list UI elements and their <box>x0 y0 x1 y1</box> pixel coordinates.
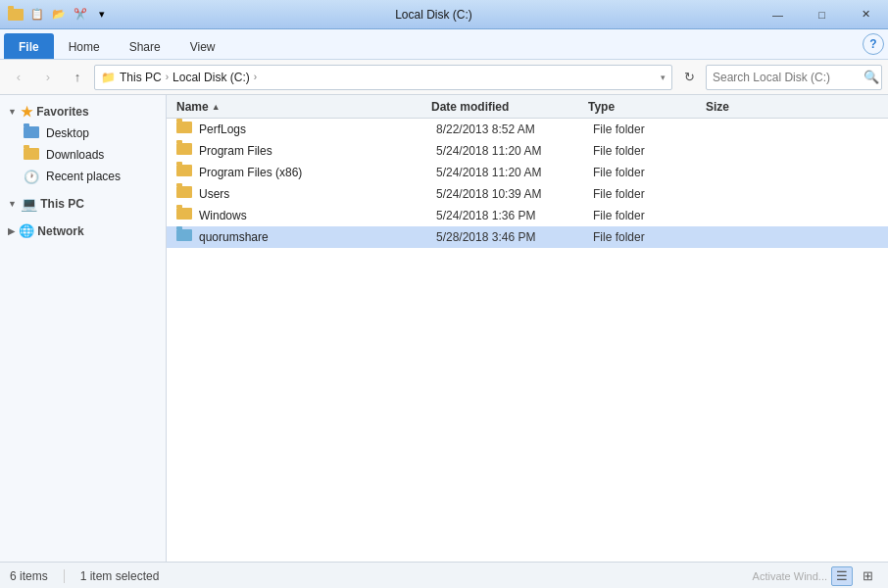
sidebar: ▼ ★ Favorites Desktop Downloads 🕐 Recent… <box>0 95 167 562</box>
folder-icon <box>176 122 194 137</box>
thispc-expand-arrow: ▼ <box>8 199 17 209</box>
table-row[interactable]: Program Files (x86)5/24/2018 11:20 AMFil… <box>167 162 888 183</box>
file-date: 5/24/2018 1:36 PM <box>436 209 593 222</box>
item-count: 6 items <box>10 569 48 583</box>
network-expand-arrow: ▶ <box>8 226 15 236</box>
list-view-button[interactable]: ⊞ <box>857 566 878 586</box>
qat-icon-2[interactable]: 📂 <box>49 5 69 24</box>
minimize-button[interactable]: — <box>756 0 800 29</box>
search-icon[interactable]: 🔍 <box>863 70 879 84</box>
up-button[interactable]: ↑ <box>65 65 90 90</box>
file-date: 5/24/2018 10:39 AM <box>436 187 593 201</box>
forward-button[interactable]: › <box>35 65 61 90</box>
main-area: ▼ ★ Favorites Desktop Downloads 🕐 Recent… <box>0 95 888 562</box>
status-separator <box>64 569 65 583</box>
details-view-button[interactable]: ☰ <box>831 566 853 586</box>
tab-file[interactable]: File <box>4 33 54 59</box>
network-icon: 🌐 <box>19 223 34 238</box>
maximize-button[interactable]: □ <box>800 0 844 29</box>
help-button[interactable]: ? <box>863 33 884 55</box>
crumb-sep-1: › <box>166 72 169 82</box>
folder-icon-crumb: 📁 <box>101 71 116 84</box>
folder-icon <box>176 186 194 202</box>
sidebar-item-desktop-label: Desktop <box>46 126 89 140</box>
crumb-dropdown[interactable]: ▾ <box>661 73 666 82</box>
favorites-expand-arrow: ▼ <box>8 107 17 117</box>
qat-icon-1[interactable]: 📋 <box>27 5 47 24</box>
favorites-star-icon: ★ <box>21 104 33 120</box>
title-bar: 📋 📂 ✂️ ▾ Local Disk (C:) — □ ✕ <box>0 0 888 29</box>
status-right: Activate Wind... ☰ ⊞ <box>753 566 878 586</box>
search-box[interactable]: 🔍 <box>706 65 882 90</box>
table-row[interactable]: quorumshare5/28/2018 3:46 PMFile folder <box>167 226 888 248</box>
window-title: Local Disk (C:) <box>112 8 756 22</box>
sidebar-item-downloads-label: Downloads <box>46 148 104 162</box>
crumb-sep-2: › <box>254 72 257 82</box>
address-bar: ‹ › ↑ 📁 This PC › Local Disk (C:) › ▾ ↻ … <box>0 60 888 95</box>
table-row[interactable]: Windows5/24/2018 1:36 PMFile folder <box>167 205 888 226</box>
col-header-date[interactable]: Date modified <box>431 100 588 114</box>
quick-access-toolbar: 📋 📂 ✂️ ▾ <box>27 5 112 24</box>
refresh-button[interactable]: ↻ <box>676 65 702 90</box>
watermark-text: Activate Wind... <box>753 570 827 582</box>
folder-icon <box>8 7 24 23</box>
qat-dropdown[interactable]: ▾ <box>92 5 112 24</box>
col-header-type[interactable]: Type <box>588 100 706 114</box>
thispc-icon: 💻 <box>21 196 37 212</box>
folder-icon <box>176 143 194 159</box>
desktop-folder-icon <box>24 126 41 140</box>
col-header-name[interactable]: Name ▲ <box>176 100 431 114</box>
thispc-section[interactable]: ▼ 💻 This PC <box>0 193 166 215</box>
title-bar-left: 📋 📂 ✂️ ▾ <box>8 5 112 24</box>
col-type-label: Type <box>588 100 615 114</box>
crumb-localdisk[interactable]: Local Disk (C:) <box>173 71 250 84</box>
file-date: 5/24/2018 11:20 AM <box>436 166 593 179</box>
sidebar-item-desktop[interactable]: Desktop <box>0 122 166 144</box>
file-name: Program Files <box>199 144 436 158</box>
file-name: Users <box>199 187 436 201</box>
file-name: Program Files (x86) <box>199 166 436 179</box>
file-list: PerfLogs8/22/2013 8:52 AMFile folderProg… <box>167 119 888 562</box>
crumb-thispc[interactable]: This PC <box>120 71 162 84</box>
window-controls: — □ ✕ <box>756 0 888 29</box>
network-label: Network <box>37 224 83 238</box>
sidebar-item-downloads[interactable]: Downloads <box>0 144 166 166</box>
address-breadcrumb[interactable]: 📁 This PC › Local Disk (C:) › ▾ <box>94 65 672 90</box>
file-name: Windows <box>199 209 436 222</box>
file-date: 5/28/2018 3:46 PM <box>436 230 593 244</box>
folder-icon <box>176 208 194 223</box>
col-size-label: Size <box>706 100 729 114</box>
table-row[interactable]: PerfLogs8/22/2013 8:52 AMFile folder <box>167 119 888 140</box>
sidebar-item-recent-label: Recent places <box>46 170 121 183</box>
recent-icon: 🕐 <box>24 170 41 183</box>
tab-share[interactable]: Share <box>115 33 175 59</box>
close-button[interactable]: ✕ <box>844 0 888 29</box>
favorites-label: Favorites <box>36 105 88 119</box>
status-bar: 6 items 1 item selected Activate Wind...… <box>0 562 888 588</box>
sidebar-item-recent[interactable]: 🕐 Recent places <box>0 166 166 187</box>
back-button[interactable]: ‹ <box>6 65 31 90</box>
search-input[interactable] <box>713 71 860 84</box>
sort-arrow-name: ▲ <box>212 102 221 112</box>
file-type: File folder <box>593 187 711 201</box>
file-type: File folder <box>593 144 711 158</box>
file-type: File folder <box>593 230 711 244</box>
col-header-size[interactable]: Size <box>706 100 784 114</box>
network-section[interactable]: ▶ 🌐 Network <box>0 220 166 241</box>
file-name: quorumshare <box>199 230 436 244</box>
downloads-folder-icon <box>24 148 41 162</box>
file-type: File folder <box>593 209 711 222</box>
tab-home[interactable]: Home <box>54 33 115 59</box>
favorites-section[interactable]: ▼ ★ Favorites <box>0 101 166 122</box>
content-area: Name ▲ Date modified Type Size PerfLogs8… <box>167 95 888 562</box>
ribbon-tabs: File Home Share View ? <box>0 29 888 59</box>
thispc-label: This PC <box>40 197 84 211</box>
col-name-label: Name <box>176 100 209 114</box>
table-row[interactable]: Program Files5/24/2018 11:20 AMFile fold… <box>167 140 888 162</box>
table-row[interactable]: Users5/24/2018 10:39 AMFile folder <box>167 183 888 205</box>
ribbon: File Home Share View ? <box>0 29 888 60</box>
file-type: File folder <box>593 166 711 179</box>
qat-icon-3[interactable]: ✂️ <box>71 5 90 24</box>
tab-view[interactable]: View <box>175 33 230 59</box>
col-date-label: Date modified <box>431 100 509 114</box>
